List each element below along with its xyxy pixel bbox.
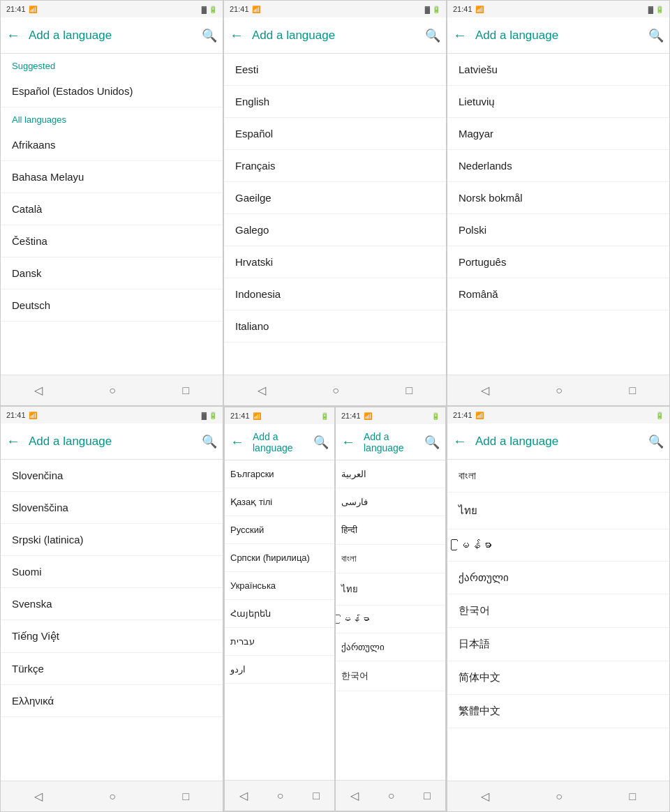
list-item[interactable]: Nederlands <box>447 150 669 182</box>
battery-icon-6: 🔋 <box>431 412 440 420</box>
list-item[interactable]: বাংলা <box>447 460 669 493</box>
nav-recents-5[interactable] <box>302 784 331 808</box>
nav-back-3[interactable] <box>470 378 500 403</box>
list-item[interactable]: English <box>224 86 446 118</box>
nav-back-2[interactable] <box>246 378 277 403</box>
list-item[interactable]: မြန်မာ <box>336 606 445 633</box>
list-item[interactable]: Bahasa Melayu <box>1 161 223 193</box>
lang-list-1: Suggested Español (Estados Unidos) All l… <box>1 54 223 375</box>
list-item[interactable]: עברית <box>225 628 334 656</box>
list-item[interactable]: မြန်မာ <box>447 529 669 562</box>
search-button-3[interactable]: 🔍 <box>648 28 664 43</box>
nav-recents-2[interactable] <box>395 379 424 403</box>
list-item[interactable]: 日本語 <box>447 628 669 661</box>
back-button-2[interactable]: ← <box>230 27 244 43</box>
list-item[interactable]: Dansk <box>1 257 223 290</box>
list-item[interactable]: বাংলা <box>336 545 445 573</box>
screen-grid: 21:41 📶 ▓ 🔋 ← Add a language 🔍 Suggested… <box>0 0 670 812</box>
list-item[interactable]: Қазақ тілі <box>225 488 334 516</box>
list-item[interactable]: Indonesia <box>224 278 446 310</box>
list-item[interactable]: 简体中文 <box>447 661 669 695</box>
list-item[interactable]: Čeština <box>1 225 223 257</box>
list-item[interactable]: ไทย <box>447 493 669 529</box>
nav-home-3[interactable] <box>544 379 574 403</box>
list-item[interactable]: Lietuvių <box>447 86 669 118</box>
list-item[interactable]: ქართული <box>336 633 445 661</box>
list-item[interactable]: Eesti <box>224 54 446 86</box>
search-button-5[interactable]: 🔍 <box>313 435 329 450</box>
back-button-5[interactable]: ← <box>230 434 244 450</box>
list-item[interactable]: ქართული <box>447 562 669 594</box>
nav-recents-1[interactable] <box>172 379 201 403</box>
list-item[interactable]: Български <box>225 460 334 488</box>
list-item[interactable]: Română <box>447 278 669 310</box>
nav-home-6[interactable] <box>377 784 406 808</box>
list-item[interactable]: Українська <box>225 572 334 600</box>
back-button-4[interactable]: ← <box>6 433 20 449</box>
lang-list-6: العربية فارسی हिन्दी বাংলা ไทย မြန်မာ ქა… <box>336 460 445 780</box>
nav-home-1[interactable] <box>98 379 127 403</box>
list-item[interactable]: اردو <box>225 656 334 684</box>
nav-recents-3[interactable] <box>618 379 648 403</box>
search-button-6[interactable]: 🔍 <box>424 435 440 450</box>
list-item[interactable]: Српски (ћирилица) <box>225 544 334 572</box>
list-item[interactable]: Norsk bokmål <box>447 182 669 214</box>
list-item[interactable]: Português <box>447 246 669 278</box>
list-item[interactable]: Svenska <box>1 588 223 620</box>
search-button-1[interactable]: 🔍 <box>202 28 217 43</box>
list-item[interactable]: العربية <box>336 460 445 488</box>
nav-home-4[interactable] <box>98 785 127 809</box>
list-item[interactable]: Español (Estados Unidos) <box>1 75 223 107</box>
nav-back-5[interactable] <box>228 783 259 808</box>
list-item[interactable]: Ελληνικά <box>1 685 223 717</box>
list-item[interactable]: Русский <box>225 516 334 544</box>
list-item[interactable]: Polski <box>447 214 669 246</box>
search-button-7[interactable]: 🔍 <box>648 434 664 449</box>
back-button-7[interactable]: ← <box>453 433 467 449</box>
nav-back-7[interactable] <box>470 784 500 809</box>
search-button-2[interactable]: 🔍 <box>425 28 440 43</box>
list-item[interactable]: Magyar <box>447 118 669 150</box>
list-item[interactable]: Հայերեն <box>225 600 334 628</box>
list-item[interactable]: 繁體中文 <box>447 695 669 728</box>
status-time-5: 21:41 <box>230 412 250 420</box>
list-item[interactable]: Suomi <box>1 556 223 588</box>
nav-back-1[interactable] <box>23 378 54 403</box>
list-item[interactable]: Latviešu <box>447 54 669 86</box>
list-item[interactable]: Français <box>224 150 446 182</box>
back-button-1[interactable]: ← <box>6 27 20 43</box>
list-item[interactable]: Español <box>224 118 446 150</box>
wifi-icon-2: 📶 <box>252 6 260 13</box>
list-item[interactable]: Srpski (latinica) <box>1 524 223 556</box>
list-item[interactable]: Afrikaans <box>1 129 223 161</box>
list-item[interactable]: Hrvatski <box>224 246 446 278</box>
list-item[interactable]: हिन्दी <box>336 516 445 545</box>
list-item[interactable]: فارسی <box>336 488 445 516</box>
status-bar-7: 21:41 📶 🔋 <box>447 407 669 423</box>
all-languages-header-1: All languages <box>1 107 223 129</box>
nav-back-6[interactable] <box>339 783 370 808</box>
back-button-3[interactable]: ← <box>453 27 467 43</box>
list-item[interactable]: ไทย <box>336 573 445 606</box>
list-item[interactable]: Deutsch <box>1 290 223 322</box>
list-item[interactable]: Slovenčina <box>1 460 223 492</box>
nav-recents-7[interactable] <box>618 785 648 809</box>
back-button-6[interactable]: ← <box>341 434 355 450</box>
wifi-icon-5: 📶 <box>253 412 261 420</box>
nav-recents-6[interactable] <box>412 784 442 808</box>
list-item[interactable]: Italiano <box>224 310 446 343</box>
nav-home-5[interactable] <box>266 784 295 808</box>
list-item[interactable]: 한국어 <box>336 661 445 691</box>
list-item[interactable]: 한국어 <box>447 594 669 628</box>
nav-recents-4[interactable] <box>172 785 201 809</box>
list-item[interactable]: Català <box>1 193 223 225</box>
list-item[interactable]: Galego <box>224 214 446 246</box>
list-item[interactable]: Gaeilge <box>224 182 446 214</box>
list-item[interactable]: Türkçe <box>1 653 223 685</box>
nav-home-2[interactable] <box>321 379 350 403</box>
nav-home-7[interactable] <box>544 785 574 809</box>
list-item[interactable]: Tiếng Việt <box>1 620 223 653</box>
nav-back-4[interactable] <box>23 784 54 809</box>
search-button-4[interactable]: 🔍 <box>202 434 217 449</box>
list-item[interactable]: Slovenščina <box>1 492 223 524</box>
